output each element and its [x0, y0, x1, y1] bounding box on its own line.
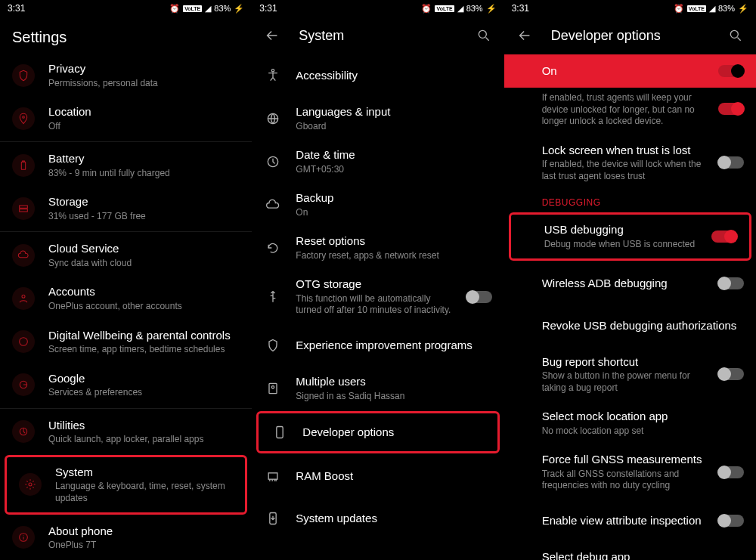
- google-icon: [12, 373, 35, 396]
- row-trust-agents[interactable]: If enabled, trust agents will keep your …: [504, 88, 756, 135]
- status-icons: ⏰ VoLTE ◢ 83% ⚡: [421, 4, 496, 14]
- svg-rect-3: [20, 206, 28, 208]
- row-accessibility[interactable]: Accessibility: [252, 54, 503, 97]
- row-battery[interactable]: Battery83% - 9 min until fully charged: [0, 144, 252, 187]
- row-reset[interactable]: Reset optionsFactory reset, apps & netwo…: [252, 226, 503, 269]
- utilities-icon: [12, 420, 35, 443]
- row-updates[interactable]: System updates: [252, 497, 503, 540]
- dev-options-panel: 3:31 ⏰ VoLTE ◢ 83% ⚡ Developer options O…: [504, 0, 756, 560]
- row-storage[interactable]: Storage31% used - 177 GB free: [0, 187, 252, 230]
- svg-point-16: [272, 385, 274, 388]
- row-google[interactable]: GoogleServices & preferences: [0, 364, 252, 407]
- battery-pct: 83%: [214, 4, 231, 13]
- dev-list[interactable]: If enabled, trust agents will keep your …: [504, 88, 756, 560]
- row-utilities[interactable]: UtilitiesQuick launch, app locker, paral…: [0, 410, 252, 453]
- header: Developer options: [504, 17, 756, 54]
- signal-icon: ◢: [709, 4, 715, 14]
- row-mock-location[interactable]: Select mock location appNo mock location…: [504, 401, 756, 444]
- battery-icon: [12, 154, 35, 177]
- volte-icon: VoLTE: [687, 5, 706, 12]
- lock-trust-toggle[interactable]: [718, 156, 744, 169]
- svg-point-11: [479, 30, 486, 38]
- user-icon: [12, 287, 35, 310]
- system-list[interactable]: Accessibility Languages & inputGboard Da…: [252, 54, 503, 540]
- svg-rect-17: [277, 427, 283, 438]
- signal-icon: ◢: [205, 4, 211, 14]
- users-icon: [264, 379, 282, 398]
- row-gnss[interactable]: Force full GNSS measurementsTrack all GN…: [504, 444, 756, 500]
- row-lock-trust[interactable]: Lock screen when trust is lostIf enabled…: [504, 135, 756, 190]
- row-users[interactable]: Multiple usersSigned in as Sadiq Hassan: [252, 367, 503, 410]
- shield-icon: [12, 64, 35, 87]
- alarm-icon: ⏰: [169, 4, 180, 14]
- clock-icon: [264, 153, 282, 171]
- master-toggle[interactable]: [718, 65, 744, 77]
- gnss-toggle[interactable]: [718, 466, 744, 478]
- row-wellbeing[interactable]: Digital Wellbeing & parental controlsScr…: [0, 320, 252, 364]
- row-experience[interactable]: Experience improvement programs: [252, 324, 503, 367]
- search-icon[interactable]: [727, 27, 744, 44]
- svg-rect-18: [268, 473, 277, 479]
- section-debugging: DEBUGGING: [504, 190, 756, 211]
- volte-icon: VoLTE: [183, 5, 202, 12]
- cloud-icon: [264, 196, 282, 214]
- bugreport-toggle[interactable]: [718, 368, 744, 380]
- row-revoke-usb[interactable]: Revoke USB debugging authorizations: [504, 305, 756, 347]
- row-debug-app[interactable]: Select debug appNo debug application set: [504, 542, 756, 560]
- volte-icon: VoLTE: [435, 5, 454, 12]
- row-system[interactable]: SystemLanguage & keyboard, time, reset, …: [5, 455, 247, 515]
- row-datetime[interactable]: Date & timeGMT+05:30: [252, 140, 503, 183]
- alarm-icon: ⏰: [674, 4, 684, 14]
- view-attr-toggle[interactable]: [718, 515, 744, 527]
- gear-icon: [19, 473, 42, 496]
- row-languages[interactable]: Languages & inputGboard: [252, 97, 503, 140]
- svg-rect-2: [23, 161, 25, 162]
- bolt-icon: ⚡: [486, 4, 497, 14]
- svg-point-20: [730, 30, 738, 38]
- page-title: Developer options: [551, 28, 709, 44]
- bolt-icon: ⚡: [738, 4, 748, 14]
- row-ram[interactable]: RAM Boost: [252, 455, 503, 497]
- page-title: Settings: [0, 17, 252, 54]
- row-bugreport[interactable]: Bug report shortcutShow a button in the …: [504, 347, 756, 402]
- back-icon[interactable]: [264, 27, 280, 44]
- usb-debug-toggle[interactable]: [711, 230, 737, 243]
- bolt-icon: ⚡: [234, 4, 244, 14]
- cloud-icon: [12, 244, 35, 267]
- accessibility-icon: [264, 67, 282, 85]
- alarm-icon: ⏰: [421, 4, 432, 14]
- row-cloud[interactable]: Cloud ServiceSync data with cloud: [0, 234, 252, 277]
- wellbeing-icon: [12, 330, 35, 353]
- svg-rect-1: [21, 162, 25, 169]
- badge-icon: [264, 336, 282, 354]
- row-view-attr[interactable]: Enable view attribute inspection: [504, 500, 756, 542]
- wireless-adb-toggle[interactable]: [718, 277, 744, 289]
- status-time: 3:31: [512, 3, 529, 14]
- row-dev-options[interactable]: Developer options: [256, 411, 499, 453]
- row-wireless-adb[interactable]: Wireless ADB debugging: [504, 262, 756, 305]
- status-icons: ⏰ VoLTE ◢ 83% ⚡: [169, 4, 244, 14]
- header: System: [252, 17, 503, 54]
- row-location[interactable]: LocationOff: [0, 97, 252, 140]
- search-icon[interactable]: [476, 27, 492, 44]
- row-about[interactable]: About phoneOnePlus 7T: [0, 516, 252, 559]
- svg-rect-4: [20, 209, 28, 211]
- svg-point-5: [22, 295, 25, 298]
- row-otg[interactable]: OTG storageThis function will be automat…: [252, 269, 503, 324]
- row-backup[interactable]: BackupOn: [252, 183, 503, 226]
- master-toggle-row[interactable]: On: [504, 54, 756, 88]
- status-time: 3:31: [259, 3, 277, 14]
- info-icon: [12, 526, 35, 549]
- trust-toggle[interactable]: [718, 103, 744, 115]
- battery-pct: 83%: [718, 4, 735, 13]
- system-panel: 3:31 ⏰ VoLTE ◢ 83% ⚡ System Accessibilit…: [252, 0, 503, 560]
- signal-icon: ◢: [457, 4, 463, 14]
- back-icon[interactable]: [516, 27, 533, 44]
- row-privacy[interactable]: PrivacyPermissions, personal data: [0, 54, 252, 97]
- settings-list[interactable]: PrivacyPermissions, personal data Locati…: [0, 54, 252, 559]
- row-usb-debug[interactable]: USB debuggingDebug mode when USB is conn…: [509, 212, 751, 260]
- otg-toggle[interactable]: [466, 291, 492, 303]
- row-accounts[interactable]: AccountsOnePlus account, other accounts: [0, 277, 252, 320]
- ram-icon: [264, 467, 282, 485]
- svg-point-12: [272, 70, 274, 72]
